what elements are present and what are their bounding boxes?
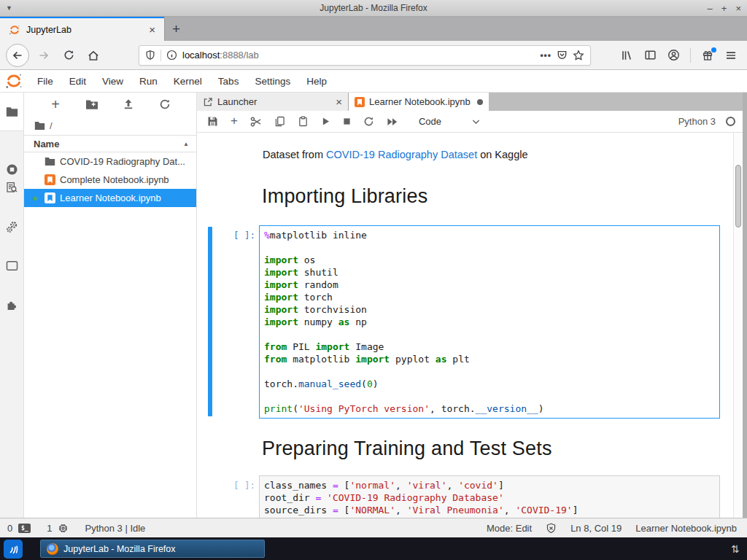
cell-type-value: Code [419, 116, 441, 127]
url-bar[interactable]: localhost:8888/lab ••• [139, 45, 591, 66]
terminal-count[interactable]: 0 [7, 523, 12, 534]
breadcrumb-folder-icon [34, 121, 45, 131]
menu-file[interactable]: File [29, 76, 61, 87]
kernel-chip-icon [58, 523, 69, 534]
code-editor[interactable]: class_names = ['normal', 'viral', 'covid… [259, 475, 720, 518]
notebook-scrollbar[interactable] [733, 133, 743, 518]
trust-shield-icon[interactable] [546, 523, 557, 534]
tab-launcher[interactable]: Launcher × [197, 93, 349, 111]
interrupt-kernel-button[interactable] [343, 117, 351, 125]
file-list-header[interactable]: Name ▲ [24, 135, 196, 152]
file-browser-tab-icon[interactable] [0, 99, 23, 124]
name-column-header[interactable]: Name [34, 139, 183, 149]
tab-close-icon[interactable]: × [336, 96, 342, 108]
markdown-cell-intro[interactable]: Dataset from COVID-19 Radiography Datase… [263, 149, 528, 160]
window-menu-icon[interactable]: ▼ [6, 4, 12, 12]
file-row-learner-notebook[interactable]: ● Learner Notebook.ipynb [24, 189, 196, 207]
tab-learner-notebook[interactable]: Learner Notebook.ipynb [349, 93, 489, 111]
sort-arrow-icon[interactable]: ▲ [183, 141, 189, 147]
reload-button[interactable] [58, 45, 79, 66]
sidebar-toggle-icon[interactable] [640, 45, 660, 66]
paste-cells-button[interactable] [298, 116, 309, 127]
file-row-complete-notebook[interactable]: ● Complete Notebook.ipynb [24, 171, 196, 189]
menu-hamburger-icon[interactable] [721, 45, 741, 66]
run-all-button[interactable] [387, 117, 398, 126]
left-activity-bar [0, 93, 24, 518]
file-name: COVID-19 Radiography Dat... [60, 156, 185, 167]
refresh-file-list-button[interactable] [156, 96, 174, 113]
screen: ▼ JupyterLab - Mozilla Firefox – + × Jup… [0, 0, 747, 560]
taskbar-launcher-icon[interactable] [4, 540, 23, 559]
home-button[interactable] [83, 45, 104, 66]
notebook-tab-icon [355, 97, 365, 107]
heading-importing-libraries[interactable]: Importing Libraries [262, 185, 427, 208]
menu-tabs[interactable]: Tabs [210, 76, 247, 87]
page-actions-icon[interactable]: ••• [540, 50, 551, 61]
dock-tabbar: Launcher × Learner Notebook.ipynb [197, 93, 743, 111]
run-cell-button[interactable] [321, 117, 330, 126]
restart-kernel-button[interactable] [363, 116, 374, 127]
browser-tab-title: JupyterLab [26, 25, 140, 35]
statusbar-filename: Learner Notebook.ipynb [635, 523, 737, 534]
code-editor[interactable]: %matplotlib inline import osimport shuti… [259, 225, 720, 419]
new-launcher-button[interactable]: + [47, 96, 64, 113]
pocket-icon[interactable] [557, 50, 568, 61]
window-maximize-button[interactable]: + [721, 3, 727, 14]
new-tab-button[interactable]: + [164, 17, 187, 41]
browser-tab-jupyterlab[interactable]: JupyterLab × [0, 17, 164, 41]
command-inspector-icon[interactable] [0, 175, 23, 200]
jupyter-logo [4, 71, 23, 90]
file-name: Complete Notebook.ipynb [60, 174, 169, 185]
kaggle-dataset-link[interactable]: COVID-19 Radiography Dataset [326, 149, 477, 160]
back-button[interactable] [6, 44, 29, 67]
kernel-name[interactable]: Python 3 [678, 116, 716, 127]
notebook-mode[interactable]: Mode: Edit [487, 523, 532, 534]
unsaved-changes-dot[interactable] [477, 99, 483, 105]
menu-view[interactable]: View [94, 76, 131, 87]
site-info-icon[interactable] [166, 50, 177, 61]
workspace-arrows-icon[interactable]: ⇅ [731, 543, 740, 555]
window-title: JupyterLab - Mozilla Firefox [0, 3, 747, 13]
menu-help[interactable]: Help [298, 76, 335, 87]
url-host: localhost [182, 50, 220, 61]
new-folder-button[interactable] [83, 96, 101, 113]
bookmark-star-icon[interactable] [573, 50, 584, 61]
breadcrumb-path: / [50, 120, 53, 131]
firefox-icon [47, 543, 58, 555]
open-tabs-icon[interactable] [0, 253, 23, 278]
file-row-covid-dataset[interactable]: ● COVID-19 Radiography Dat... [24, 152, 196, 171]
window-minimize-button[interactable]: – [708, 3, 713, 14]
cut-cells-button[interactable] [250, 116, 262, 128]
scrollbar-thumb[interactable] [735, 165, 741, 228]
menu-run[interactable]: Run [131, 76, 166, 87]
notebook-toolbar: + [197, 111, 743, 133]
extension-manager-puzzle-icon[interactable] [0, 292, 23, 317]
library-icon[interactable] [616, 45, 637, 66]
url-text[interactable]: localhost:8888/lab [182, 50, 535, 61]
menu-kernel[interactable]: Kernel [166, 76, 210, 87]
cell-collapser[interactable] [208, 227, 212, 416]
kernel-status-icon[interactable] [726, 117, 735, 126]
upload-button[interactable] [120, 96, 137, 113]
menu-edit[interactable]: Edit [61, 76, 94, 87]
copy-cells-button[interactable] [274, 116, 285, 127]
taskbar-firefox-task[interactable]: JupyterLab - Mozilla Firefox [40, 540, 265, 558]
cell-type-select[interactable]: Code [419, 116, 480, 127]
window-close-button[interactable]: × [735, 3, 741, 14]
whats-new-gift-icon[interactable] [697, 45, 718, 66]
insert-cell-button[interactable]: + [231, 114, 238, 128]
account-icon[interactable] [663, 45, 684, 66]
forward-button[interactable] [34, 45, 54, 66]
menu-settings[interactable]: Settings [247, 76, 298, 87]
browser-tab-close-icon[interactable]: × [146, 23, 158, 36]
breadcrumb[interactable]: / [24, 116, 196, 135]
tracking-protection-shield-icon[interactable] [145, 50, 155, 61]
heading-preparing-sets[interactable]: Preparing Training and Test Sets [262, 438, 552, 460]
save-button[interactable] [207, 116, 218, 127]
property-inspector-gears-icon[interactable] [0, 214, 23, 239]
window-titlebar: ▼ JupyterLab - Mozilla Firefox – + × [0, 0, 747, 17]
cursor-position[interactable]: Ln 8, Col 19 [570, 523, 622, 534]
kernel-status-text[interactable]: Python 3 | Idle [85, 523, 145, 534]
kernel-count[interactable]: 1 [47, 523, 52, 534]
chevron-down-icon [472, 119, 480, 125]
